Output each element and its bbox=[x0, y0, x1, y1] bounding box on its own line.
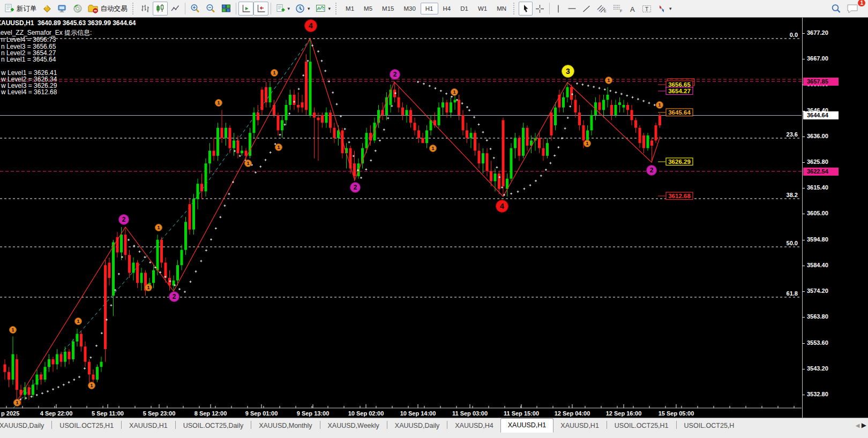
timeframe-button-m1[interactable]: M1 bbox=[341, 3, 359, 14]
semafor-1-marker[interactable]: 1 bbox=[584, 140, 591, 147]
semafor-1-marker[interactable]: 1 bbox=[75, 318, 82, 325]
semafor-1-marker[interactable]: 1 bbox=[155, 224, 162, 231]
sar-dot bbox=[239, 155, 241, 157]
chart-tab[interactable]: XAUUSD,Monthly bbox=[252, 419, 319, 433]
semafor-1-marker[interactable]: 1 bbox=[215, 100, 222, 107]
semafor-1-marker[interactable]: 1 bbox=[430, 145, 437, 152]
periods-button[interactable]: ▾ bbox=[293, 2, 313, 16]
semafor-1-marker[interactable]: 1 bbox=[451, 89, 458, 96]
cursor-tool-button[interactable] bbox=[519, 2, 533, 16]
semafor-4-marker[interactable]: 4 bbox=[305, 20, 317, 32]
tab-scroll-left-icon[interactable]: ◀ bbox=[856, 422, 860, 428]
sar-dot bbox=[317, 50, 319, 52]
sar-dot bbox=[360, 177, 362, 179]
semafor-2-marker[interactable]: 2 bbox=[390, 70, 400, 80]
zoom-out-button[interactable] bbox=[203, 2, 219, 16]
tile-windows-button[interactable] bbox=[219, 2, 234, 16]
semafor-1-marker[interactable]: 1 bbox=[10, 327, 17, 334]
chart-tab[interactable]: USOIL.OCT25,H bbox=[677, 419, 742, 433]
semafor-1-marker[interactable]: 1 bbox=[14, 399, 21, 406]
tab-scroll-arrows[interactable]: ◀ ▶ bbox=[856, 421, 866, 429]
candle-body bbox=[409, 110, 412, 123]
time-tick-label: 8 Sep 12:00 bbox=[194, 410, 227, 417]
community-chat-button[interactable]: 1 bbox=[844, 2, 862, 16]
chart-tab[interactable]: USOIL.OCT25,H1 bbox=[608, 419, 676, 433]
timeframe-button-w1[interactable]: W1 bbox=[473, 3, 492, 14]
semafor-2-marker[interactable]: 2 bbox=[119, 215, 129, 225]
timeframe-button-h4[interactable]: H4 bbox=[438, 3, 456, 14]
price-tick-mark bbox=[803, 291, 805, 292]
zoom-in-button[interactable] bbox=[188, 2, 203, 16]
semafor-1-marker[interactable]: 1 bbox=[145, 284, 152, 291]
horizontal-line-tool-button[interactable] bbox=[565, 2, 579, 16]
chart-tab[interactable]: XAUUSD,Daily bbox=[388, 419, 446, 433]
price-axis[interactable]: 3677.203667.003656.603646.403636.003625.… bbox=[802, 0, 868, 418]
semafor-1-marker[interactable]: 1 bbox=[656, 102, 663, 109]
indicators-button[interactable]: ▾ bbox=[313, 2, 334, 16]
semafor-1-marker[interactable]: 1 bbox=[605, 77, 612, 84]
semafor-3-marker[interactable]: 3 bbox=[562, 65, 574, 78]
price-tick-label: 3563.80 bbox=[807, 313, 828, 320]
bar-chart-button[interactable] bbox=[138, 2, 153, 16]
semafor-number: 1 bbox=[277, 145, 280, 150]
chart-tab[interactable]: XAUUSD,H1 bbox=[122, 419, 175, 433]
indicator-price-label[interactable]: 3612.68 bbox=[658, 192, 693, 200]
crosshair-tool-button[interactable] bbox=[533, 2, 547, 16]
semafor-1-marker[interactable]: 1 bbox=[275, 144, 282, 151]
chart-tab[interactable]: XAUUSD,H4 bbox=[448, 419, 500, 433]
trendline-tool-button[interactable] bbox=[579, 2, 594, 16]
semafor-1-marker[interactable]: 1 bbox=[271, 70, 278, 77]
toolbar-grip[interactable] bbox=[335, 3, 339, 14]
semafor-1-marker[interactable]: 1 bbox=[88, 382, 95, 389]
text-label-tool-button[interactable]: T bbox=[639, 2, 655, 16]
market-watch-button[interactable] bbox=[40, 2, 55, 16]
timeframe-button-m5[interactable]: M5 bbox=[359, 3, 377, 14]
line-chart-button[interactable] bbox=[168, 2, 183, 16]
horizontal-line-icon bbox=[567, 4, 577, 13]
chart-tab[interactable]: USOIL.OCT25,H1 bbox=[53, 419, 121, 433]
arrows-tool-button[interactable]: ▾ bbox=[655, 2, 675, 16]
semafor-4-marker[interactable]: 4 bbox=[496, 200, 508, 213]
vertical-line-tool-button[interactable] bbox=[552, 2, 565, 16]
semafor-2-marker[interactable]: 2 bbox=[169, 292, 179, 302]
tab-scroll-right-icon[interactable]: ▶ bbox=[862, 421, 866, 429]
timeframe-button-m15[interactable]: M15 bbox=[377, 3, 399, 14]
chart-tab[interactable]: XAUUSD,Daily bbox=[0, 419, 51, 433]
chart-shift-button[interactable] bbox=[253, 2, 268, 16]
timeframe-button-mn[interactable]: MN bbox=[492, 3, 511, 14]
fibonacci-tool-button[interactable]: F bbox=[610, 2, 626, 16]
indicator-price-label[interactable]: 3645.64 bbox=[658, 109, 693, 116]
candle-body bbox=[566, 87, 569, 97]
equidistant-channel-tool-button[interactable]: E bbox=[594, 2, 610, 16]
candle-body bbox=[607, 95, 609, 100]
timeframe-button-h1[interactable]: H1 bbox=[421, 3, 438, 14]
chart-tab[interactable]: XAUUSD,H1 bbox=[500, 418, 554, 433]
time-axis[interactable]: p 20254 Sep 22:005 Sep 11:005 Sep 23:008… bbox=[0, 409, 802, 418]
indicator-price-label[interactable]: 3626.29 bbox=[658, 158, 693, 165]
chart-tab[interactable]: XAUUSD,Weekly bbox=[321, 419, 386, 433]
toolbar-grip[interactable] bbox=[513, 3, 517, 14]
candlestick-chart-button[interactable] bbox=[153, 2, 168, 16]
timeframe-button-d1[interactable]: D1 bbox=[455, 3, 473, 14]
auto-scroll-button[interactable] bbox=[238, 2, 253, 16]
semafor-1-marker[interactable]: 1 bbox=[245, 160, 252, 167]
templates-button[interactable]: ▾ bbox=[273, 2, 293, 16]
semafor-2-marker[interactable]: 2 bbox=[350, 183, 361, 193]
terminal-button[interactable] bbox=[55, 2, 70, 16]
indicator-price-label[interactable]: 3656.65 bbox=[658, 79, 694, 88]
chart-tab[interactable]: USOIL.OCT25,Daily bbox=[176, 419, 251, 433]
svg-text:A: A bbox=[630, 5, 635, 13]
candle-body bbox=[398, 97, 400, 108]
toolbar-grip[interactable] bbox=[132, 3, 136, 14]
semafor-2-marker[interactable]: 2 bbox=[647, 165, 657, 176]
new-order-button[interactable]: 新订单 bbox=[2, 2, 40, 16]
indicator-price-label[interactable]: 3654.27 bbox=[658, 87, 693, 95]
autotrading-button[interactable]: 自动交易 bbox=[85, 2, 130, 16]
candle-body bbox=[502, 120, 505, 186]
text-tool-button[interactable]: A bbox=[626, 2, 639, 16]
chart-canvas[interactable]: 111111111111111222223440.023.638.250.061… bbox=[0, 0, 802, 409]
chart-tab[interactable]: XAUUSD,H1 bbox=[553, 419, 606, 433]
search-button[interactable] bbox=[828, 2, 844, 16]
timeframe-button-m30[interactable]: M30 bbox=[399, 3, 420, 14]
strategy-tester-button[interactable] bbox=[70, 2, 85, 16]
